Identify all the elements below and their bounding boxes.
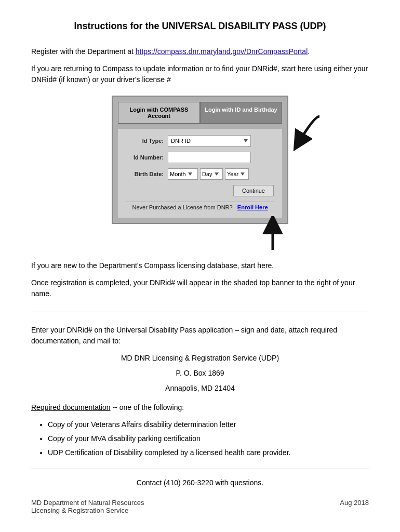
- id-type-row: Id Type: DNR ID: [126, 135, 274, 147]
- footer: MD Department of Natural Resources Licen…: [31, 499, 369, 514]
- new-user-text: If you are new to the Department's Compa…: [31, 260, 369, 271]
- required-doc-label: Required documentation: [31, 403, 111, 411]
- enroll-text: Never Purchased a License from DNR?: [132, 204, 232, 210]
- mail-line-1: MD DNR Licensing & Registration Service …: [31, 353, 369, 364]
- footer-date: Aug 2018: [340, 499, 369, 514]
- required-doc-suffix: -- one of the following:: [111, 403, 184, 411]
- year-select[interactable]: Year: [225, 168, 249, 180]
- login-screenshot: Login with COMPASS Account Login with ID…: [112, 96, 288, 224]
- divider-1: [31, 312, 369, 312]
- tab-id-birthday[interactable]: Login with ID and Birthday: [200, 102, 282, 124]
- intro-period: .: [308, 47, 310, 56]
- login-tabs: Login with COMPASS Account Login with ID…: [118, 102, 282, 124]
- intro-text-before-link: Register with the Department at: [31, 47, 136, 56]
- intro-register: Register with the Department at https://…: [31, 46, 369, 57]
- contact-info: Contact (410) 260-3220 with questions.: [31, 477, 369, 488]
- divider-2: [31, 469, 369, 469]
- month-select[interactable]: Month: [168, 168, 198, 180]
- mail-line-2: P. O. Box 1869: [31, 368, 369, 379]
- id-type-select[interactable]: DNR ID: [168, 135, 251, 147]
- arrow-top-right-icon: [283, 111, 325, 153]
- month-dropdown-icon: [188, 172, 192, 176]
- arrow-bottom-icon: [257, 216, 288, 252]
- enroll-link[interactable]: Enroll Here: [237, 204, 268, 210]
- continue-button[interactable]: Continue: [233, 185, 274, 196]
- day-label: Day: [202, 171, 212, 177]
- footer-left: MD Department of Natural Resources Licen…: [31, 499, 144, 514]
- year-label: Year: [227, 171, 238, 177]
- page-title: Instructions for the UNIVERSAL DISABILIT…: [31, 21, 369, 32]
- id-type-value: DNR ID: [171, 138, 191, 144]
- bullet-2: Copy of your MVA disability parking cert…: [48, 433, 369, 444]
- compass-link[interactable]: https://compass.dnr.maryland.gov/DnrComp…: [136, 47, 308, 56]
- dropdown-arrow-icon: [244, 139, 248, 142]
- bullet-1: Copy of your Veterans Affairs disability…: [48, 419, 369, 430]
- birth-date-label: Birth Date:: [126, 171, 168, 177]
- id-type-label: Id Type:: [126, 138, 168, 144]
- day-select[interactable]: Day: [200, 168, 223, 180]
- registration-complete-text: Once registration is completed, your DNR…: [31, 277, 369, 299]
- intro-returning: If you are returning to Compass to updat…: [31, 63, 369, 85]
- bullet-3: UDP Certification of Disability complete…: [48, 447, 369, 458]
- mail-line-3: Annapolis, MD 21404: [31, 383, 369, 394]
- year-dropdown-icon: [241, 172, 245, 176]
- id-number-row: Id Number:: [126, 152, 274, 163]
- continue-row: Continue: [126, 185, 274, 196]
- required-doc-list: Copy of your Veterans Affairs disability…: [48, 419, 369, 458]
- login-form: Id Type: DNR ID Id Number: Birth Date: M…: [118, 129, 282, 218]
- birth-date-row: Birth Date: Month Day Year: [126, 168, 274, 180]
- enroll-row: Never Purchased a License from DNR? Enro…: [126, 202, 274, 210]
- id-number-input[interactable]: [168, 152, 251, 163]
- footer-service-name: Licensing & Registration Service: [31, 507, 144, 514]
- birth-date-inputs: Month Day Year: [168, 168, 249, 180]
- mail-instructions: Enter your DNRid# on the Universal Disab…: [31, 325, 369, 347]
- id-number-label: Id Number:: [126, 154, 168, 161]
- month-label: Month: [170, 171, 186, 177]
- footer-dept-name: MD Department of Natural Resources: [31, 499, 144, 507]
- day-dropdown-icon: [215, 172, 219, 176]
- tab-compass-account[interactable]: Login with COMPASS Account: [118, 102, 200, 124]
- required-doc-header: Required documentation -- one of the fol…: [31, 402, 369, 413]
- screenshot-section: Login with COMPASS Account Login with ID…: [31, 96, 369, 224]
